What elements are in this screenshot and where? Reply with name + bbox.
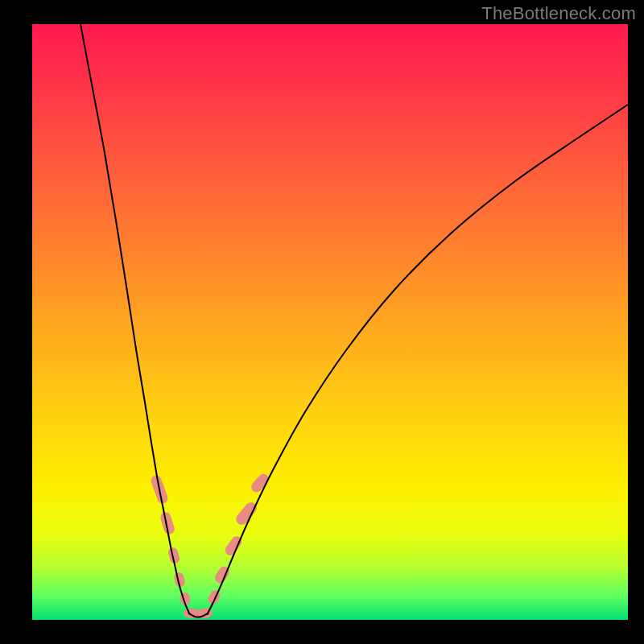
data-blob xyxy=(249,472,270,494)
data-blobs xyxy=(150,472,271,620)
data-blob xyxy=(206,588,221,606)
plot-area xyxy=(32,24,628,620)
watermark-text: TheBottleneck.com xyxy=(481,3,636,24)
chart-frame: TheBottleneck.com xyxy=(0,0,644,644)
data-blob xyxy=(233,500,258,527)
valley-curve xyxy=(80,24,628,617)
curve-layer xyxy=(32,24,628,620)
